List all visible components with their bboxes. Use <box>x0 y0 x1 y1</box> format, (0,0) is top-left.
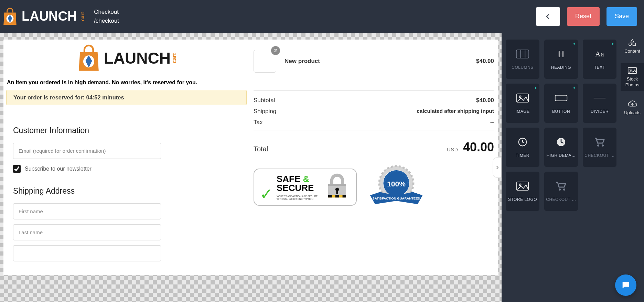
palette-item-image-3[interactable]: ✦IMAGE <box>506 84 539 123</box>
shipping-row: Shipping calculated after shipping input <box>254 108 494 115</box>
svg-rect-9 <box>343 195 346 197</box>
svg-rect-7 <box>328 195 332 197</box>
main: LAUNCH cart An item you ordered is in hi… <box>0 33 644 302</box>
rail-content[interactable]: Content <box>621 37 644 55</box>
chat-icon <box>621 280 631 290</box>
tax-label: Tax <box>254 119 262 126</box>
app-logo-suffix: cart <box>80 12 85 21</box>
text-icon: Aa <box>593 49 607 60</box>
palette-item-label: HEADING <box>551 65 571 70</box>
spark-icon: ✦ <box>534 86 538 90</box>
spark-icon: ✦ <box>611 42 615 46</box>
palette-item-cart-8[interactable]: CHECKOUT … <box>583 128 616 167</box>
palette-item-heading-1[interactable]: ✦HHEADING <box>544 40 578 79</box>
page-title: Checkout <box>94 8 119 17</box>
reserved-prefix: Your order is reserved for: <box>13 94 86 100</box>
svg-point-33 <box>629 43 632 46</box>
image-icon <box>627 67 637 74</box>
save-button[interactable]: Save <box>607 7 637 26</box>
chat-bubble[interactable] <box>615 274 636 296</box>
clock-icon <box>516 137 529 148</box>
svg-rect-34 <box>633 43 636 46</box>
palette-item-clock-6[interactable]: TIMER <box>506 128 539 167</box>
tax-value: -- <box>490 119 494 126</box>
cart-item-thumbnail: 2 <box>254 50 276 73</box>
palette-item-image-9[interactable]: STORE LOGO <box>506 172 539 211</box>
page-path: /checkout <box>94 17 119 25</box>
rail-uploads[interactable]: Uploads <box>621 99 644 117</box>
shipping-label: Shipping <box>254 108 276 115</box>
app-logo: LAUNCH cart <box>2 8 87 25</box>
heading-icon: H <box>554 49 568 60</box>
spark-icon: ✦ <box>572 86 576 90</box>
rail-stock-photos[interactable]: Stock Photos <box>621 63 644 91</box>
guarantee-badge: 100% SATISFACTION GUARANTEED SATISFACTIO… <box>368 165 424 209</box>
palette-item-label: BUTTON <box>552 109 570 114</box>
tax-row: Tax -- <box>254 119 494 126</box>
newsletter-checkbox[interactable] <box>13 165 21 173</box>
safe-secure-subtext: YOUR TRANSACTION ARE SECURE WITH SSL 128… <box>277 195 318 201</box>
collapse-sidebar-handle[interactable] <box>493 157 502 178</box>
email-field[interactable] <box>13 143 161 159</box>
svg-text:100%: 100% <box>387 180 406 188</box>
cart-icon <box>554 181 568 192</box>
palette-item-cart-10[interactable]: CHECKOUT … <box>544 172 578 211</box>
customer-info-title: Customer Information <box>13 126 247 135</box>
newsletter-row[interactable]: Subscribe to our newsletter <box>13 165 247 173</box>
divider <box>254 90 494 91</box>
store-logo: LAUNCH cart <box>6 44 247 72</box>
editor-canvas[interactable]: LAUNCH cart An item you ordered is in hi… <box>0 33 502 302</box>
shipping-address-title: Shipping Address <box>13 186 247 196</box>
subtotal-label: Subtotal <box>254 97 275 104</box>
back-button[interactable] <box>536 7 560 26</box>
subtotal-value: $40.00 <box>476 97 494 104</box>
store-bag-icon <box>74 44 104 72</box>
app-logo-text: LAUNCH <box>22 9 77 24</box>
svg-rect-3 <box>328 184 346 186</box>
svg-point-36 <box>630 69 631 71</box>
svg-rect-8 <box>335 195 339 197</box>
shapes-icon <box>627 39 637 46</box>
svg-text:Aa: Aa <box>595 50 604 58</box>
currency-code: USD <box>447 147 458 152</box>
reset-button[interactable]: Reset <box>567 7 600 26</box>
rail-stock-label1: Stock <box>627 76 638 82</box>
preview-right-column: 2 New product $40.00 Subtotal $40.00 Shi… <box>249 40 498 261</box>
chevron-right-icon <box>495 165 500 170</box>
palette-item-label: COLUMNS <box>512 65 534 70</box>
rail-stock-label2: Photos <box>625 82 639 87</box>
page-info: Checkout /checkout <box>94 8 119 25</box>
image-icon <box>516 181 529 192</box>
first-name-field[interactable] <box>13 203 161 219</box>
palette-item-clock-solid-7[interactable]: HIGH DEMA… <box>544 128 578 167</box>
preview-left-column: LAUNCH cart An item you ordered is in hi… <box>3 40 249 261</box>
palette-item-label: STORE LOGO <box>508 197 537 202</box>
total-row: Total USD 40.00 <box>254 140 494 154</box>
element-palette: COLUMNS✦HHEADING✦AaTEXT✦IMAGE✦BUTTONDIVI… <box>502 33 621 302</box>
palette-item-columns-0[interactable]: COLUMNS <box>506 40 539 79</box>
palette-item-text-2[interactable]: ✦AaTEXT <box>583 40 616 79</box>
rail-uploads-label: Uploads <box>624 110 641 115</box>
divider-icon <box>593 93 607 104</box>
cart-item: 2 New product $40.00 <box>254 50 494 83</box>
palette-item-button-4[interactable]: ✦BUTTON <box>544 84 578 123</box>
svg-point-22 <box>519 96 521 97</box>
trust-badges: ✓ SAFE & SECURE YOUR TRANSACTION ARE SEC… <box>254 165 494 209</box>
last-name-field[interactable] <box>13 224 161 240</box>
spark-icon: ✦ <box>572 42 576 46</box>
palette-item-divider-5[interactable]: DIVIDER <box>583 84 616 123</box>
svg-point-31 <box>559 188 561 191</box>
store-logo-text: LAUNCH <box>104 49 171 67</box>
next-field[interactable] <box>13 245 161 261</box>
svg-rect-23 <box>555 95 567 100</box>
palette-item-label: TIMER <box>516 153 529 158</box>
app-header: LAUNCH cart Checkout /checkout Reset Sav… <box>0 0 644 33</box>
launchcart-bag-icon <box>2 8 18 25</box>
svg-point-27 <box>597 144 599 147</box>
reserved-time: 04:52 minutes <box>86 94 124 100</box>
cart-item-name: New product <box>285 58 468 65</box>
chevron-left-icon <box>545 13 551 20</box>
cart-item-price: $40.00 <box>476 58 494 65</box>
svg-point-32 <box>563 188 565 191</box>
button-icon <box>554 93 568 104</box>
